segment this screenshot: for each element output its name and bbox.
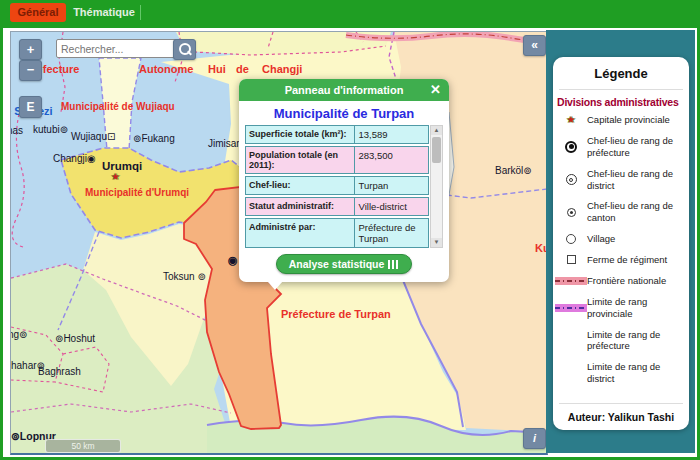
village-icon: [566, 234, 576, 244]
bar-chart-icon: [388, 260, 399, 269]
app-window: Général Thématique: [0, 0, 700, 460]
legend-item-canton-seat: Chef-lieu de rang de canton: [555, 200, 687, 224]
attribute-table: Superficie totale (km²): 13,589 Populati…: [245, 125, 443, 248]
legend-sidebar: Légende Divisions administratives ★ Capi…: [546, 30, 695, 453]
canton-seat-icon: [567, 208, 576, 217]
scrollbar-thumb[interactable]: [432, 137, 441, 163]
row-label: Statut administratif:: [246, 198, 355, 215]
legend-item-capital: ★ Capitale provinciale: [555, 114, 687, 126]
legend-item-district-seat: Chef-lieu de rang de district: [555, 168, 687, 192]
info-panel: Panneau d'information ✕ Municipalité de …: [239, 79, 449, 282]
divider: [559, 89, 683, 90]
map-canvas[interactable]: Préfecture Autonome Hui de Changji Munic…: [10, 31, 548, 455]
search-input[interactable]: [56, 39, 178, 58]
scroll-up-icon[interactable]: ▲: [431, 126, 442, 135]
extent-button[interactable]: E: [19, 96, 42, 118]
popup-pointer: [267, 281, 283, 290]
row-value: 13,589: [355, 126, 428, 143]
legend-item-provincial-limit: Limite de rang provinciale: [555, 296, 687, 320]
info-panel-title: Panneau d'information: [285, 84, 404, 96]
zoom-out-button[interactable]: −: [19, 60, 42, 81]
legend-section-title: Divisions administratives: [557, 96, 685, 108]
row-label: Chef-lieu:: [246, 177, 355, 194]
row-value: Turpan: [355, 177, 428, 194]
legend-item-prefecture-seat: Chef-lieu de rang de préfecture: [555, 135, 687, 159]
row-value: 283,500: [355, 147, 428, 173]
legend-item-regiment-farm: Ferme de régiment: [555, 254, 687, 266]
tab-general[interactable]: Général: [10, 3, 66, 22]
info-panel-body: Municipalité de Turpan Superficie totale…: [239, 101, 449, 282]
scale-bar: 50 km: [45, 439, 121, 453]
capital-star-icon: ★: [567, 115, 576, 125]
table-row: Superficie totale (km²): 13,589: [245, 125, 429, 144]
table-row: Chef-lieu: Turpan: [245, 176, 429, 195]
tab-thematique[interactable]: Thématique: [72, 3, 136, 22]
table-scrollbar[interactable]: ▲ ▼: [430, 125, 443, 248]
search-icon: [179, 43, 191, 55]
divider: [559, 403, 683, 404]
zoom-in-button[interactable]: +: [19, 39, 42, 60]
table-row: Population totale (en 2011): 283,500: [245, 146, 429, 174]
scroll-down-icon[interactable]: ▼: [431, 238, 442, 247]
national-border-swatch: [555, 277, 587, 285]
info-panel-subject: Municipalité de Turpan: [245, 106, 443, 121]
legend-item-district-limit: Limite de rang de district: [555, 361, 687, 385]
table-row: Administré par: Préfecture de Turpan: [245, 218, 429, 248]
regiment-farm-icon: [567, 255, 576, 264]
legend-card: Légende Divisions administratives ★ Capi…: [553, 57, 689, 430]
row-value: Préfecture de Turpan: [355, 219, 428, 247]
top-tab-bar: Général Thématique: [0, 0, 700, 28]
info-button[interactable]: i: [523, 428, 546, 449]
info-panel-header[interactable]: Panneau d'information ✕: [239, 79, 449, 101]
legend-item-national-border: Frontière nationale: [555, 275, 687, 287]
legend-title: Légende: [553, 66, 689, 81]
tab-separator: [140, 5, 141, 20]
legend-author: Auteur: Yalikun Tashi: [553, 411, 689, 423]
prefecture-seat-icon: [565, 141, 577, 153]
row-label: Administré par:: [246, 219, 355, 247]
search-button[interactable]: [173, 39, 196, 60]
analyze-statistics-button[interactable]: Analyse statistique: [276, 254, 413, 274]
district-seat-icon: [566, 174, 577, 185]
row-label: Superficie totale (km²):: [246, 126, 355, 143]
provincial-limit-swatch: [555, 304, 587, 312]
legend-item-village: Village: [555, 233, 687, 245]
row-value: Ville-district: [355, 198, 428, 215]
collapse-legend-button[interactable]: «: [523, 35, 546, 56]
table-row: Statut administratif: Ville-district: [245, 197, 429, 216]
close-icon[interactable]: ✕: [430, 79, 441, 101]
row-label: Population totale (en 2011):: [246, 147, 355, 173]
analyze-button-label: Analyse statistique: [289, 258, 385, 270]
legend-item-prefecture-limit: Limite de rang de préfecture: [555, 329, 687, 353]
